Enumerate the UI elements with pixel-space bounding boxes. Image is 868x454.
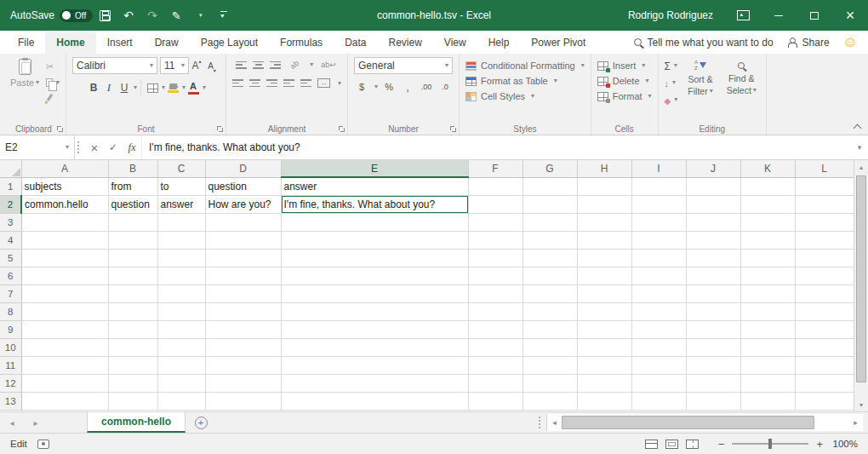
format-painter-button[interactable] — [46, 91, 60, 104]
cell-K3[interactable] — [740, 213, 795, 231]
cell-K6[interactable] — [740, 267, 795, 284]
sort-filter-button[interactable]: Sort & Filter — [684, 59, 716, 106]
cell-A2[interactable]: common.hello — [21, 195, 108, 213]
column-header-K[interactable]: K — [740, 160, 795, 177]
column-header-B[interactable]: B — [108, 160, 157, 177]
cell-A13[interactable] — [21, 392, 108, 410]
cell-J7[interactable] — [686, 284, 740, 302]
signed-in-user[interactable]: Rodrigo Rodriguez — [628, 9, 713, 21]
select-all-button[interactable] — [0, 160, 21, 177]
cell-G1[interactable] — [523, 177, 577, 195]
cell-C1[interactable]: to — [157, 177, 205, 195]
cell-B1[interactable]: from — [108, 177, 157, 195]
dropdown-icon[interactable] — [203, 84, 206, 91]
tab-scroll-splitter[interactable] — [539, 417, 544, 428]
cell-D11[interactable] — [205, 356, 281, 374]
cell-B2[interactable]: question — [108, 195, 157, 213]
cell-F13[interactable] — [468, 392, 523, 410]
cell-styles-button[interactable]: Cell Styles — [465, 91, 534, 101]
cell-K12[interactable] — [740, 374, 795, 392]
decrease-decimal-button[interactable] — [437, 79, 453, 95]
row-header-10[interactable]: 10 — [0, 338, 21, 356]
feedback-smiley-icon[interactable] — [843, 35, 858, 49]
scroll-up-icon[interactable] — [854, 160, 868, 174]
row-header-9[interactable]: 9 — [0, 320, 21, 338]
customize-quick-access-button[interactable] — [213, 4, 235, 26]
cell-H3[interactable] — [577, 213, 631, 231]
copy-button[interactable] — [46, 76, 60, 89]
cell-K4[interactable] — [740, 231, 795, 249]
percent-style-button[interactable] — [381, 79, 397, 95]
tab-formulas[interactable]: Formulas — [269, 32, 334, 54]
cell-I5[interactable] — [631, 249, 686, 267]
cell-H6[interactable] — [577, 267, 631, 284]
cell-B13[interactable] — [108, 392, 157, 410]
cell-G9[interactable] — [523, 320, 577, 338]
horizontal-scrollbar-thumb[interactable] — [562, 416, 814, 429]
decrease-indent-button[interactable] — [283, 78, 294, 88]
format-as-table-button[interactable]: Format as Table — [465, 76, 557, 86]
insert-cells-button[interactable]: Insert — [597, 60, 646, 71]
cell-E3[interactable] — [281, 213, 468, 231]
cell-D13[interactable] — [205, 392, 281, 410]
cell-H13[interactable] — [577, 392, 631, 410]
cell-C12[interactable] — [157, 374, 205, 392]
cell-G7[interactable] — [523, 284, 577, 302]
cell-A1[interactable]: subjects — [21, 177, 108, 195]
cell-B7[interactable] — [108, 284, 157, 302]
column-header-D[interactable]: D — [205, 160, 281, 177]
cell-C7[interactable] — [157, 284, 205, 302]
formula-bar-splitter[interactable] — [77, 141, 83, 153]
cell-G11[interactable] — [523, 356, 577, 374]
cell-I8[interactable] — [631, 302, 686, 320]
row-header-2[interactable]: 2 — [0, 195, 21, 213]
tab-home[interactable]: Home — [45, 32, 95, 54]
maximize-button[interactable] — [797, 0, 832, 31]
cell-H1[interactable] — [577, 177, 631, 195]
orientation-button[interactable] — [284, 54, 306, 75]
top-align-button[interactable] — [236, 60, 247, 70]
cell-E9[interactable] — [281, 320, 468, 338]
quick-access-tool-button[interactable] — [165, 4, 187, 26]
close-button[interactable] — [832, 0, 868, 31]
cell-E13[interactable] — [281, 392, 468, 410]
find-select-button[interactable]: Find & Select — [723, 59, 760, 106]
row-header-13[interactable]: 13 — [0, 392, 21, 410]
cell-J12[interactable] — [686, 374, 740, 392]
cell-I13[interactable] — [631, 392, 686, 410]
cell-G3[interactable] — [523, 213, 577, 231]
cell-I12[interactable] — [631, 374, 686, 392]
clear-button[interactable] — [665, 93, 678, 106]
redo-button[interactable] — [141, 4, 163, 26]
row-header-3[interactable]: 3 — [0, 213, 21, 231]
cell-D2[interactable]: How are you? — [205, 195, 281, 213]
insert-function-icon[interactable]: fx — [123, 135, 141, 159]
font-color-button[interactable] — [186, 80, 201, 95]
cell-G13[interactable] — [523, 392, 577, 410]
column-header-I[interactable]: I — [631, 160, 686, 177]
center-button[interactable] — [249, 78, 260, 88]
cell-I4[interactable] — [631, 231, 686, 249]
cell-J11[interactable] — [686, 356, 740, 374]
normal-view-button[interactable] — [645, 440, 658, 449]
cell-D12[interactable] — [205, 374, 281, 392]
cell-H12[interactable] — [577, 374, 631, 392]
dropdown-icon[interactable] — [66, 144, 69, 151]
cell-H5[interactable] — [577, 249, 631, 267]
cell-F4[interactable] — [468, 231, 523, 249]
cell-A3[interactable] — [21, 213, 108, 231]
vertical-scrollbar-track[interactable] — [854, 174, 868, 398]
cell-C3[interactable] — [157, 213, 205, 231]
zoom-percentage[interactable]: 100% — [831, 439, 858, 449]
cell-I1[interactable] — [631, 177, 686, 195]
increase-decimal-button[interactable] — [419, 79, 434, 95]
cell-D9[interactable] — [205, 320, 281, 338]
zoom-out-button[interactable] — [718, 438, 725, 451]
undo-button[interactable] — [117, 4, 140, 26]
confirm-entry-icon[interactable] — [104, 135, 123, 159]
cell-C10[interactable] — [157, 338, 205, 356]
cell-C2[interactable]: answer — [157, 195, 205, 213]
cell-L5[interactable] — [795, 249, 854, 267]
cell-A11[interactable] — [21, 356, 108, 374]
zoom-slider-thumb[interactable] — [768, 439, 772, 449]
